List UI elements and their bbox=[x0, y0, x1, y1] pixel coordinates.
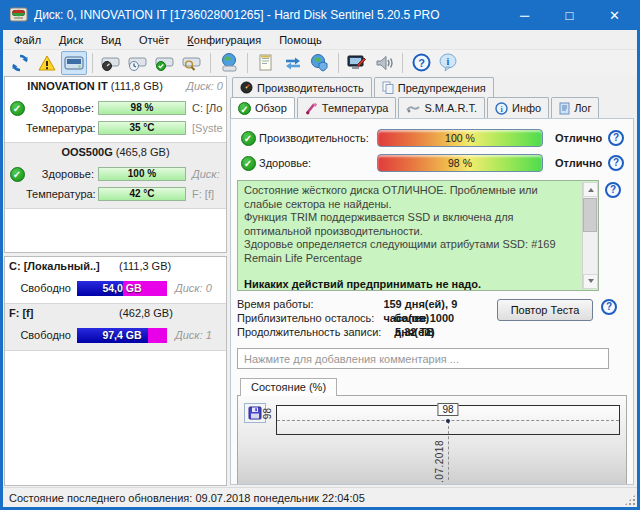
tab-warnings[interactable]: Предупреждения bbox=[374, 77, 494, 97]
free-space-value: 54,0 GB bbox=[77, 281, 167, 296]
app-window: Диск: 0, INNOVATION IT [1736028001265] -… bbox=[0, 0, 640, 510]
comment-input[interactable] bbox=[237, 348, 609, 369]
help-icon[interactable]: ? bbox=[601, 299, 617, 315]
last-update-status: Состояние последнего обновления: 09.07.2… bbox=[9, 492, 365, 504]
pages-icon bbox=[382, 81, 394, 94]
tab-performance[interactable]: Производительность bbox=[232, 77, 372, 97]
toolbar-separator bbox=[247, 53, 248, 73]
sidebar: INNOVATION IT (111,8 GB) Диск: 0 Здоровь… bbox=[3, 75, 227, 487]
network-drives-icon[interactable] bbox=[216, 51, 242, 75]
lifetime-stats: Время работы: 159 дня(ей), 9 часа(ов) Пр… bbox=[237, 297, 497, 339]
gauge-icon bbox=[240, 81, 253, 94]
status-bar: Состояние последнего обновления: 09.07.2… bbox=[3, 487, 637, 507]
error-report-icon[interactable] bbox=[34, 51, 60, 75]
free-label: Свободно bbox=[9, 329, 77, 341]
help-icon[interactable]: ? bbox=[608, 130, 624, 146]
thermometer-icon bbox=[305, 102, 318, 115]
disk-status-ok-icon[interactable] bbox=[152, 51, 178, 75]
partition-size: (111,3 GB) bbox=[119, 260, 222, 272]
minimize-button[interactable]: ─ bbox=[502, 0, 547, 30]
smart-icon bbox=[406, 103, 420, 114]
menu-configuration[interactable]: Конфигурация bbox=[178, 32, 270, 48]
health-label: Здоровье: bbox=[26, 102, 98, 114]
menu-file[interactable]: Файл bbox=[5, 32, 50, 48]
temperature-bar: 35 °C bbox=[98, 121, 186, 135]
menu-disk[interactable]: Диск bbox=[50, 32, 92, 48]
disk-name: OOS500G bbox=[61, 146, 112, 158]
disk-performance-icon[interactable] bbox=[98, 51, 124, 75]
info-icon: i bbox=[495, 102, 508, 115]
disk-details-icon[interactable] bbox=[61, 51, 87, 75]
configuration-icon[interactable] bbox=[344, 51, 370, 75]
date-gridline bbox=[448, 421, 449, 480]
tab-info[interactable]: i Инфо bbox=[487, 97, 549, 118]
close-button[interactable]: ✕ bbox=[592, 0, 637, 30]
health-rating: Отлично bbox=[555, 157, 605, 169]
help-icon[interactable]: ? bbox=[605, 182, 621, 198]
partition-panel-f[interactable]: F: [f] (462,8 GB) Свободно 97,4 GB Диск:… bbox=[5, 304, 226, 351]
disk-size: (111,8 GB) bbox=[111, 80, 163, 92]
main-panel: Производительность Предупреждения Обзор … bbox=[227, 75, 637, 487]
disk-list: INNOVATION IT (111,8 GB) Диск: 0 Здоровь… bbox=[4, 76, 227, 253]
maximize-button[interactable]: □ bbox=[547, 0, 592, 30]
resize-grip-icon[interactable] bbox=[624, 494, 636, 506]
scroll-down-icon[interactable] bbox=[583, 274, 598, 289]
estimated-remaining-label: Приблизительно осталось: bbox=[237, 311, 394, 325]
floppy-save-icon bbox=[248, 406, 262, 420]
chart-tab-state[interactable]: Состояние (%) bbox=[240, 378, 337, 396]
temperature-label: Температура: bbox=[26, 122, 98, 134]
tab-temperature[interactable]: Температура bbox=[297, 97, 397, 118]
content-area: INNOVATION IT (111,8 GB) Диск: 0 Здоровь… bbox=[3, 75, 637, 487]
performance-label: Производительность: bbox=[259, 132, 377, 144]
scrollbar[interactable] bbox=[582, 182, 597, 289]
menu-report[interactable]: Отчёт bbox=[130, 32, 178, 48]
svg-text:?: ? bbox=[418, 57, 425, 69]
log-page-icon bbox=[559, 102, 570, 115]
tab-log[interactable]: Лог bbox=[551, 97, 599, 118]
chart-panel: 98 98 09.07.2018 bbox=[237, 395, 627, 485]
scrollbar-thumb[interactable] bbox=[583, 198, 597, 232]
help-icon[interactable]: ? bbox=[608, 155, 624, 171]
sounds-icon[interactable] bbox=[371, 51, 397, 75]
scroll-up-icon[interactable] bbox=[583, 182, 598, 197]
sync-icon[interactable] bbox=[280, 51, 306, 75]
help-icon[interactable]: ? bbox=[408, 51, 434, 75]
toolbar-separator bbox=[92, 53, 93, 73]
disk-panel-1[interactable]: OOS500G (465,8 GB) Здоровье: 100 % Диск:… bbox=[5, 143, 226, 209]
health-history-chart: Состояние (%) 98 98 09.07.2018 bbox=[237, 378, 627, 485]
toolbar: ? i bbox=[3, 49, 637, 75]
online-update-icon[interactable] bbox=[307, 51, 333, 75]
performance-bar: 100 % bbox=[377, 129, 543, 147]
refresh-icon[interactable] bbox=[7, 51, 33, 75]
status-advice-line: Никаких действий предпринимать не надо. bbox=[244, 278, 576, 292]
window-title: Диск: 0, INNOVATION IT [1736028001265] -… bbox=[34, 8, 502, 22]
disk-panel-0[interactable]: INNOVATION IT (111,8 GB) Диск: 0 Здоровь… bbox=[5, 77, 226, 143]
status-ok-icon bbox=[241, 156, 256, 171]
partition-panel-c[interactable]: C: [Локальный..] (111,3 GB) Свободно 54,… bbox=[5, 257, 226, 304]
overview-panel: Производительность: 100 % Отлично ? Здор… bbox=[230, 118, 634, 485]
partition-size: (462,8 GB) bbox=[119, 307, 222, 319]
free-label: Свободно bbox=[9, 282, 77, 294]
menu-help[interactable]: Помощь bbox=[270, 32, 331, 48]
disk-analyse-icon[interactable] bbox=[179, 51, 205, 75]
menu-bar: Файл Диск Вид Отчёт Конфигурация Помощь bbox=[3, 30, 637, 49]
disk-schedule-icon[interactable] bbox=[125, 51, 151, 75]
health-label: Здоровье: bbox=[26, 168, 98, 180]
free-space-value: 97,4 GB bbox=[77, 328, 167, 343]
health-bar: 100 % bbox=[98, 167, 186, 181]
power-on-time-value: 159 дня(ей), 9 часа(ов) bbox=[383, 297, 497, 311]
health-bar: 98 % bbox=[377, 154, 543, 172]
app-icon bbox=[10, 7, 28, 23]
tab-smart[interactable]: S.M.A.R.T. bbox=[398, 97, 485, 118]
about-icon[interactable]: i bbox=[435, 51, 461, 75]
disk-volume-note: [System-res bbox=[186, 122, 223, 134]
menu-view[interactable]: Вид bbox=[92, 32, 130, 48]
tab-row-views: Обзор Температура S.M.A.R.T. i Инфо Лог bbox=[230, 97, 634, 118]
disk-number: Диск: 0 bbox=[167, 282, 222, 294]
status-ok-icon bbox=[10, 101, 25, 116]
retest-button[interactable]: Повтор Теста bbox=[497, 299, 593, 321]
partition-name: F: [f] bbox=[9, 307, 119, 319]
tab-overview[interactable]: Обзор bbox=[230, 97, 295, 118]
disk-volume-note: C: [Локальны bbox=[186, 102, 223, 114]
report-icon[interactable] bbox=[253, 51, 279, 75]
